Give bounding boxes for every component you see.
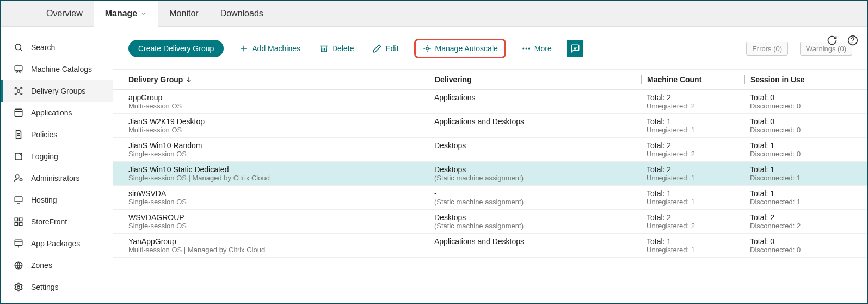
storefront-icon — [14, 217, 23, 227]
group-sub: Single-session OS — [128, 150, 429, 158]
table-row[interactable]: YanAppGroup Multi-session OS | Managed b… — [113, 234, 867, 258]
table-row[interactable]: JianS Win10 Static Dedicated Single-sess… — [113, 162, 867, 186]
svg-line-1 — [20, 49, 22, 51]
sidebar-item-catalogs[interactable]: Machine Catalogs — [1, 58, 113, 80]
session-disc: Disconnected: 1 — [750, 174, 852, 182]
machine-unreg: Unregistered: 1 — [647, 246, 744, 254]
sidebar-label: App Packages — [31, 239, 80, 248]
trash-icon — [319, 44, 329, 53]
table-row[interactable]: sinWSVDA Single-session OS - (Static mac… — [113, 186, 867, 210]
column-delivering[interactable]: Delivering — [429, 75, 641, 84]
svg-rect-2 — [15, 66, 22, 71]
svg-point-7 — [21, 87, 22, 89]
edit-button[interactable]: Edit — [369, 41, 402, 56]
deliver-main: Desktops — [434, 213, 641, 222]
create-delivery-group-button[interactable]: Create Delivery Group — [128, 40, 224, 57]
autoscale-label: Manage Autoscale — [435, 44, 498, 53]
pencil-icon — [372, 44, 382, 53]
toolbar: Create Delivery Group Add Machines Delet… — [113, 27, 867, 70]
svg-rect-19 — [15, 218, 17, 221]
logging-icon — [14, 151, 23, 161]
add-machines-button[interactable]: Add Machines — [236, 41, 304, 56]
sidebar-item-delivery-groups[interactable]: Delivery Groups — [1, 80, 113, 102]
tab-manage-label: Manage — [105, 9, 138, 19]
sidebar-item-zones[interactable]: Zones — [1, 254, 113, 276]
sidebar-item-search[interactable]: Search — [1, 37, 113, 58]
top-nav: Overview Manage Monitor Downloads — [1, 1, 867, 27]
feedback-button[interactable] — [567, 40, 583, 57]
chevron-down-icon — [140, 10, 147, 17]
deliver-main: Desktops — [434, 165, 641, 174]
manage-autoscale-button[interactable]: Manage Autoscale — [414, 39, 506, 58]
tab-downloads[interactable]: Downloads — [210, 1, 274, 27]
sidebar-item-logging[interactable]: Logging — [1, 145, 113, 167]
cell-machine: Total: 2 Unregistered: 2 — [641, 93, 744, 110]
group-name: JianS Win10 Random — [128, 141, 429, 150]
feedback-icon — [570, 44, 580, 53]
tab-manage[interactable]: Manage — [94, 1, 159, 27]
machine-total: Total: 2 — [647, 213, 744, 222]
zones-icon — [14, 260, 23, 270]
gear-icon — [14, 282, 23, 292]
svg-point-5 — [17, 90, 20, 93]
cell-session: Total: 0 Disconnected: 0 — [744, 93, 852, 110]
session-total: Total: 0 — [750, 237, 852, 246]
cell-delivering: Desktops (Static machine assignment) — [429, 165, 641, 182]
session-disc: Disconnected: 0 — [750, 246, 852, 254]
session-total: Total: 1 — [750, 189, 852, 198]
search-icon — [14, 42, 23, 52]
sidebar-item-app-packages[interactable]: App Packages — [1, 233, 113, 254]
sidebar-item-settings[interactable]: Settings — [1, 276, 113, 298]
column-machine-count[interactable]: Machine Count — [641, 75, 744, 84]
sidebar-item-applications[interactable]: Applications — [1, 102, 113, 124]
group-sub: Multi-session OS | Managed by Citrix Clo… — [128, 246, 429, 254]
svg-point-3 — [16, 71, 18, 72]
deliver-sub: (Static machine assignment) — [434, 222, 641, 230]
session-total: Total: 1 — [750, 165, 852, 174]
sidebar-item-administrators[interactable]: Administrators — [1, 167, 113, 189]
session-disc: Disconnected: 0 — [750, 150, 852, 158]
table-row[interactable]: JianS Win10 Random Single-session OS Des… — [113, 138, 867, 162]
machine-total: Total: 1 — [647, 117, 744, 126]
cell-group: sinWSVDA Single-session OS — [128, 189, 429, 206]
cell-machine: Total: 1 Unregistered: 1 — [641, 117, 744, 134]
cell-session: Total: 1 Disconnected: 0 — [744, 141, 852, 158]
session-disc: Disconnected: 1 — [750, 198, 852, 206]
tab-monitor[interactable]: Monitor — [158, 1, 209, 27]
more-label: More — [534, 44, 552, 53]
sidebar-item-hosting[interactable]: Hosting — [1, 189, 113, 211]
sidebar-item-policies[interactable]: Policies — [1, 124, 113, 145]
column-session-in-use[interactable]: Session in Use — [744, 75, 852, 84]
group-name: WSVDAGROUP — [128, 213, 429, 222]
policies-icon — [14, 130, 23, 139]
more-icon — [521, 44, 531, 53]
machine-unreg: Unregistered: 2 — [647, 102, 744, 110]
svg-point-15 — [16, 175, 19, 178]
main-panel: Create Delivery Group Add Machines Delet… — [113, 27, 867, 303]
machine-total: Total: 1 — [647, 237, 744, 246]
machine-total: Total: 2 — [647, 165, 744, 174]
delete-label: Delete — [332, 44, 354, 53]
cell-machine: Total: 2 Unregistered: 1 — [641, 165, 744, 182]
cell-machine: Total: 2 Unregistered: 2 — [641, 213, 744, 230]
cell-session: Total: 1 Disconnected: 1 — [744, 189, 852, 206]
sidebar-label: Machine Catalogs — [31, 65, 92, 74]
table-row[interactable]: JianS W2K19 Desktop Multi-session OS App… — [113, 114, 867, 138]
table-row[interactable]: appGroup Multi-session OS Applications T… — [113, 90, 867, 114]
table-row[interactable]: WSVDAGROUP Single-session OS Desktops (S… — [113, 210, 867, 234]
help-button[interactable] — [847, 35, 858, 48]
sidebar-item-storefront[interactable]: StoreFront — [1, 211, 113, 233]
cell-machine: Total: 2 Unregistered: 2 — [641, 141, 744, 158]
machine-total: Total: 2 — [647, 93, 744, 102]
session-disc: Disconnected: 0 — [750, 126, 852, 134]
plus-icon — [239, 44, 249, 53]
refresh-button[interactable] — [827, 35, 838, 48]
tab-overview[interactable]: Overview — [35, 1, 94, 27]
more-button[interactable]: More — [518, 41, 555, 56]
errors-pill[interactable]: Errors (0) — [746, 42, 788, 56]
delete-button[interactable]: Delete — [316, 41, 357, 56]
cell-group: appGroup Multi-session OS — [128, 93, 429, 110]
column-delivery-group[interactable]: Delivery Group — [128, 75, 429, 84]
deliver-main: Applications and Desktops — [434, 117, 641, 126]
group-name: JianS Win10 Static Dedicated — [128, 165, 429, 174]
